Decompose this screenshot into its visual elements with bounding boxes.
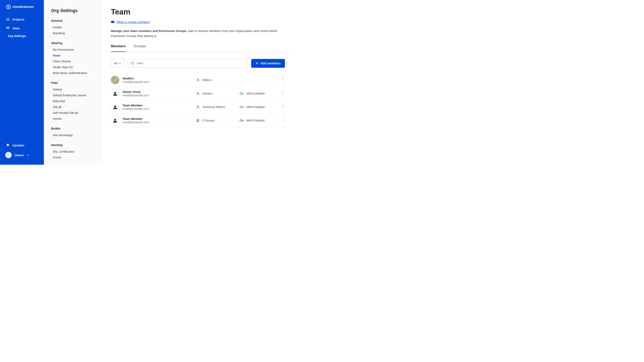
- sort-label: A↓Z: [114, 62, 118, 65]
- page-description: Manage your team members and Permission …: [111, 28, 285, 39]
- settings-team[interactable]: Team: [51, 52, 97, 58]
- nav-org-settings-label: Org Settings: [8, 34, 26, 38]
- svg-point-28: [114, 119, 116, 121]
- svg-point-30: [198, 119, 199, 120]
- member-actions[interactable]: [281, 105, 285, 109]
- member-row[interactable]: Team Memberemail@example.comTechnical Ed…: [111, 100, 285, 114]
- svg-point-17: [198, 92, 199, 93]
- svg-rect-7: [8, 28, 8, 29]
- grid-icon: [6, 26, 10, 30]
- logo-icon: [6, 4, 11, 9]
- svg-point-33: [282, 120, 283, 120]
- nav-sites[interactable]: Sites: [0, 24, 44, 32]
- svg-rect-4: [8, 27, 8, 27]
- settings-branding[interactable]: Branding: [51, 30, 97, 36]
- page-title: Team: [111, 8, 285, 16]
- member-info: Heatheremail@example.com: [122, 77, 193, 83]
- member-row[interactable]: Heatheremail@example.comEditors: [111, 73, 285, 87]
- settings-forms[interactable]: Forms: [51, 154, 97, 160]
- brand-name: cloudcannon: [12, 5, 34, 9]
- nav-projects[interactable]: Projects: [0, 15, 44, 24]
- settings-github[interactable]: GitHub: [51, 86, 97, 92]
- filter-input[interactable]: [137, 61, 244, 65]
- member-name: Owner (You): [122, 90, 193, 93]
- settings-title: Org Settings: [51, 8, 97, 13]
- laptop-icon: [6, 17, 10, 21]
- chevron-down-icon: [119, 63, 121, 64]
- member-group-label: Technical Editors: [202, 105, 225, 109]
- member-actions[interactable]: [281, 118, 285, 122]
- svg-rect-6: [6, 28, 7, 29]
- svg-point-34: [282, 121, 283, 121]
- bell-icon: [6, 143, 10, 147]
- member-name: Team Member: [122, 117, 193, 120]
- member-group-label: 2 Groups: [202, 119, 215, 122]
- settings-ssl[interactable]: SSL Certificates: [51, 149, 97, 154]
- svg-point-18: [240, 92, 242, 94]
- mfa-label: MFA Enabled: [246, 105, 264, 109]
- user-menu[interactable]: Owner ▸: [0, 149, 44, 161]
- svg-point-20: [282, 93, 283, 93]
- tab-groups[interactable]: Groups: [134, 43, 146, 52]
- svg-point-24: [240, 106, 242, 108]
- more-icon: [282, 78, 283, 81]
- key-icon: [240, 119, 244, 122]
- person-icon: [196, 92, 200, 95]
- member-group: Owners: [196, 92, 236, 95]
- settings-sso[interactable]: Single Sign-On: [51, 64, 97, 70]
- search-icon: [131, 61, 134, 65]
- sort-button[interactable]: A↓Z: [111, 59, 124, 68]
- filter-field[interactable]: [128, 59, 248, 68]
- settings-site-mountings[interactable]: Site Mountings: [51, 132, 97, 138]
- member-actions[interactable]: [281, 91, 285, 95]
- more-icon: [282, 91, 283, 95]
- settings-bitbucket[interactable]: Bitbucket: [51, 98, 97, 104]
- member-mfa: MFA Enabled: [240, 119, 274, 122]
- member-actions[interactable]: [281, 78, 285, 82]
- brand-logo[interactable]: cloudcannon: [0, 4, 44, 15]
- svg-point-22: [114, 105, 116, 107]
- member-group-label: Owners: [202, 92, 213, 95]
- tab-members[interactable]: Members: [111, 43, 126, 52]
- member-info: Team Memberemail@example.com: [122, 104, 193, 110]
- member-email: email@example.com: [122, 80, 193, 83]
- member-list: Heatheremail@example.comEditorsOwner (Yo…: [111, 73, 285, 127]
- tab-bar: Members Groups: [111, 43, 285, 52]
- svg-rect-9: [4, 34, 6, 37]
- member-email: email@example.com: [122, 121, 193, 124]
- member-group: Technical Editors: [196, 105, 236, 109]
- settings-self-gitlab[interactable]: Self Hosted GitLab: [51, 110, 97, 116]
- settings-assets[interactable]: Assets: [51, 116, 97, 121]
- help-link[interactable]: What is a team member?: [111, 20, 285, 24]
- main-content: Team What is a team member? Manage your …: [103, 0, 293, 165]
- nav-updates[interactable]: Updates: [0, 141, 44, 149]
- svg-point-29: [197, 119, 198, 120]
- avatar-person-icon: [112, 91, 118, 96]
- person-icon: [196, 105, 200, 109]
- nav-org-settings-wrapper: Org Settings: [0, 32, 44, 38]
- settings-mfa[interactable]: Multi-factor authentication: [51, 70, 97, 76]
- people-icon: [196, 119, 200, 122]
- svg-point-1: [8, 6, 9, 8]
- section-sharing: Sharing: [51, 41, 97, 45]
- svg-point-16: [114, 92, 116, 94]
- settings-ghes[interactable]: GitHub Enterprise Server: [51, 92, 97, 98]
- settings-client-shares[interactable]: Client Shares: [51, 58, 97, 64]
- svg-point-13: [282, 78, 283, 79]
- help-link-text[interactable]: What is a team member?: [116, 20, 150, 24]
- settings-gitlab[interactable]: GitLab: [51, 104, 97, 110]
- member-row[interactable]: Owner (You)email@example.comOwnersMFA En…: [111, 87, 285, 100]
- more-icon: [282, 118, 283, 122]
- settings-sidebar: Org Settings General Details Branding Sh…: [44, 0, 103, 165]
- member-group: Editors: [196, 78, 236, 82]
- member-row[interactable]: Team Memberemail@example.com2 GroupsMFA …: [111, 114, 285, 127]
- user-avatar: [5, 152, 12, 158]
- nav-org-settings[interactable]: Org Settings: [4, 33, 26, 38]
- member-info: Team Memberemail@example.com: [122, 117, 193, 124]
- members-panel: A↓Z Add members Heatheremail@example.com…: [103, 52, 293, 127]
- member-avatar: [111, 103, 119, 111]
- settings-my-permissions[interactable]: My Permissions: [51, 47, 97, 52]
- settings-details[interactable]: Details: [51, 24, 97, 30]
- add-members-button[interactable]: Add members: [251, 59, 285, 68]
- org-icon: [4, 33, 7, 37]
